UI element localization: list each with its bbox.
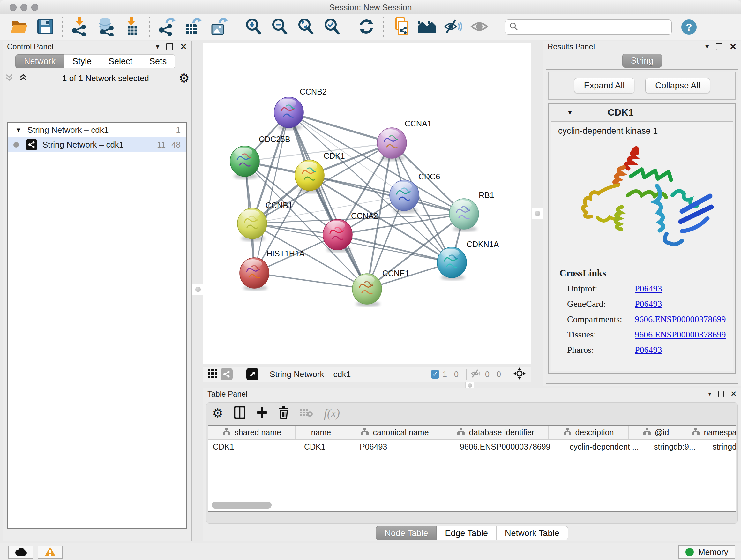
section-expand-icon[interactable]: ▼: [567, 109, 573, 116]
table-options-gear-icon[interactable]: ⚙: [212, 407, 223, 419]
node-table[interactable]: shared namenamecanonical namedatabase id…: [208, 425, 736, 512]
show-columns-icon[interactable]: [234, 406, 246, 420]
string-results-box: Expand All Collapse All ▼ CDK1 cyclin-de…: [546, 69, 738, 384]
tab-style[interactable]: Style: [64, 54, 100, 68]
column-header-sharedname[interactable]: shared name: [208, 426, 295, 439]
column-header-canonicalname[interactable]: canonical name: [347, 426, 443, 439]
function-builder-icon: f(x): [324, 407, 340, 420]
warnings-button[interactable]: [38, 546, 63, 559]
panel-menu-icon[interactable]: ▾: [705, 43, 709, 50]
grid-view-icon[interactable]: [208, 369, 217, 380]
memory-button[interactable]: Memory: [678, 545, 735, 559]
column-type-icon: [563, 428, 571, 437]
table-cell[interactable]: stringdb: [708, 440, 736, 454]
panel-float-icon[interactable]: [716, 43, 723, 51]
table-cell[interactable]: cyclin-dependent ...: [565, 440, 650, 454]
delete-column-icon[interactable]: [279, 407, 289, 420]
table-cell[interactable]: CDK1: [208, 440, 300, 454]
scrollbar-thumb[interactable]: [212, 502, 272, 509]
protein-node-CDK1[interactable]: CDK1: [295, 151, 345, 193]
collapse-all-networks-icon[interactable]: [4, 73, 14, 84]
panel-float-icon[interactable]: [166, 43, 173, 51]
collection-expand-icon[interactable]: ▼: [15, 126, 22, 134]
table-cell[interactable]: CDK1: [300, 440, 355, 454]
tab-select[interactable]: Select: [100, 54, 141, 68]
add-column-icon[interactable]: [256, 407, 268, 420]
column-label: name: [311, 428, 331, 437]
expand-all-networks-icon[interactable]: [18, 73, 28, 84]
panel-close-icon[interactable]: ✕: [731, 390, 737, 397]
right-splitter-handle[interactable]: [532, 207, 543, 219]
column-header-namespace[interactable]: namespace: [683, 426, 736, 439]
import-table-button[interactable]: [123, 17, 142, 37]
protein-node-CDKN1A[interactable]: CDKN1A: [437, 240, 499, 280]
import-network-database-button[interactable]: [96, 17, 116, 37]
tab-network-table[interactable]: Network Table: [496, 526, 568, 540]
bottom-splitter-handle[interactable]: [465, 382, 474, 389]
network-collection-row[interactable]: ▼ String Network – cdk1 1: [8, 123, 186, 137]
table-cell[interactable]: P06493: [355, 440, 455, 454]
cloud-button[interactable]: [8, 546, 33, 559]
left-splitter-handle[interactable]: [192, 284, 204, 295]
tab-node-table[interactable]: Node Table: [376, 526, 436, 540]
crosslink-genecard[interactable]: P06493: [635, 299, 662, 309]
panel-close-icon[interactable]: ✕: [180, 43, 187, 51]
panel-menu-icon[interactable]: ▾: [709, 391, 711, 397]
network-graph[interactable]: CCNB2CCNA1CDC25BCDK1CDC6RB1CCNB1CCNA2CDK…: [203, 43, 531, 364]
panel-close-icon[interactable]: ✕: [730, 43, 737, 51]
save-session-button[interactable]: [36, 17, 55, 37]
protein-node-HIST1H1A[interactable]: HIST1H1A: [240, 249, 305, 291]
save-icon: [37, 18, 54, 37]
network-view-icon[interactable]: [220, 368, 232, 380]
hidden-eye-slash-icon[interactable]: [471, 369, 482, 380]
collapse-all-button[interactable]: Collapse All: [645, 78, 710, 93]
zoom-in-button[interactable]: [244, 17, 263, 37]
zoom-out-button[interactable]: [270, 17, 289, 37]
column-header-name[interactable]: name: [295, 426, 347, 439]
crosslink-compartments[interactable]: 9606.ENSP00000378699: [635, 314, 726, 324]
tab-string[interactable]: String: [622, 54, 662, 68]
export-table-button[interactable]: [183, 17, 202, 37]
network-row-selected[interactable]: String Network – cdk1 11 48: [8, 137, 186, 152]
table-row[interactable]: CDK1CDK1P064939606.ENSP00000378699cyclin…: [208, 440, 736, 454]
search-input[interactable]: [522, 22, 660, 32]
crosslink-tissues[interactable]: 9606.ENSP00000378699: [635, 329, 726, 340]
protein-node-CDC6[interactable]: CDC6: [390, 172, 440, 213]
expand-all-button[interactable]: Expand All: [574, 78, 635, 93]
hide-selected-button[interactable]: [444, 17, 463, 37]
birdseye-crosshair-icon[interactable]: [514, 368, 526, 381]
tab-sets[interactable]: Sets: [141, 54, 175, 68]
network-canvas[interactable]: CCNB2CCNA1CDC25BCDK1CDC6RB1CCNB1CCNA2CDK…: [203, 43, 531, 364]
column-header-description[interactable]: description: [549, 426, 629, 439]
show-all-button[interactable]: [470, 17, 489, 37]
protein-node-RB1[interactable]: RB1: [449, 191, 494, 232]
zoom-fit-button[interactable]: [296, 17, 315, 37]
detach-view-icon[interactable]: [246, 368, 259, 380]
zoom-selected-button[interactable]: [322, 17, 341, 37]
selected-checkbox-icon[interactable]: ✓: [431, 370, 440, 379]
export-network-button[interactable]: [157, 17, 176, 37]
open-session-button[interactable]: [10, 17, 29, 37]
help-button[interactable]: ?: [681, 19, 697, 35]
tab-edge-table[interactable]: Edge Table: [436, 526, 496, 540]
first-neighbors-button[interactable]: [417, 17, 436, 37]
export-image-button[interactable]: [209, 17, 228, 37]
column-header-databaseidentifier[interactable]: database identifier: [443, 426, 549, 439]
panel-menu-icon[interactable]: ▾: [156, 43, 159, 50]
duplicate-network-button[interactable]: [391, 17, 410, 37]
crosslink-uniprot[interactable]: P06493: [635, 284, 662, 294]
search-box[interactable]: [505, 19, 672, 35]
table-cell[interactable]: stringdb:9...: [650, 440, 708, 454]
import-network-file-button[interactable]: [70, 17, 89, 37]
table-hscrollbar[interactable]: [210, 502, 734, 509]
panel-float-icon[interactable]: [718, 391, 724, 397]
apply-layout-button[interactable]: [357, 17, 376, 37]
column-header-id[interactable]: @id: [629, 426, 683, 439]
protein-node-CCNB2[interactable]: CCNB2: [274, 87, 327, 130]
protein-section-header[interactable]: ▼ CDK1: [549, 104, 735, 121]
network-options-gear-icon[interactable]: ⚙: [179, 72, 190, 84]
tab-network[interactable]: Network: [15, 54, 64, 68]
table-cell[interactable]: 9606.ENSP00000378699: [455, 440, 565, 454]
crosslink-pharos[interactable]: P06493: [635, 345, 662, 355]
table-header-row: shared namenamecanonical namedatabase id…: [208, 426, 736, 440]
